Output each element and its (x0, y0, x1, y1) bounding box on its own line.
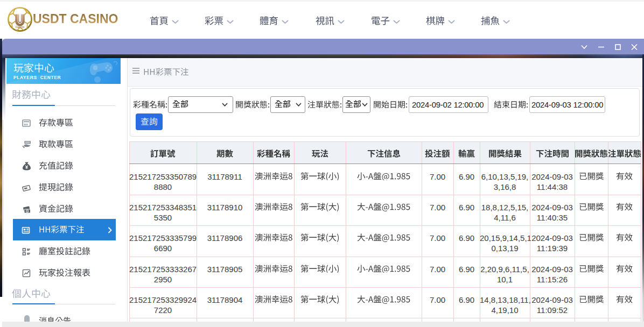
svg-text:Casino: Casino (16, 25, 25, 29)
